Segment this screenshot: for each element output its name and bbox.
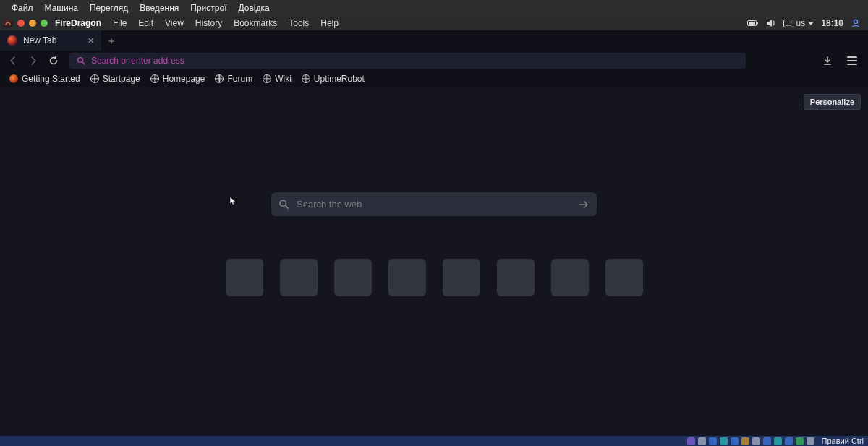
globe-icon <box>150 74 159 83</box>
volume-icon[interactable] <box>766 19 776 27</box>
search-icon <box>278 199 289 210</box>
back-button[interactable] <box>4 53 22 69</box>
globe-icon <box>302 74 310 83</box>
vm-tray-icon[interactable] <box>720 437 728 445</box>
svg-point-7 <box>789 21 791 22</box>
vm-tray-icons <box>687 437 814 445</box>
hamburger-icon <box>847 56 857 65</box>
globe-icon <box>263 74 271 83</box>
tab-close-button[interactable]: ✕ <box>88 36 94 46</box>
top-sites-grid <box>226 259 643 296</box>
forward-button[interactable] <box>25 53 42 69</box>
new-tab-page: Personalize Search the web <box>0 87 868 436</box>
svg-point-9 <box>854 20 857 23</box>
vm-tray-icon[interactable] <box>741 437 749 445</box>
reload-button[interactable] <box>45 53 62 69</box>
top-site-tile[interactable] <box>443 259 480 296</box>
bookmark-getting-started[interactable]: Getting Started <box>6 74 84 84</box>
top-site-tile[interactable] <box>551 259 589 296</box>
menu-help[interactable]: Help <box>315 17 344 30</box>
bookmark-forum[interactable]: Forum <box>211 74 256 84</box>
vm-menu-machine[interactable]: Машина <box>39 1 84 14</box>
vm-host-key-label: Правий Ctrl <box>822 437 864 445</box>
bookmark-label: Forum <box>227 74 252 84</box>
app-menu-button[interactable] <box>843 53 861 69</box>
vm-statusbar: Правий Ctrl <box>0 436 868 446</box>
menu-view[interactable]: View <box>159 17 190 30</box>
vm-tray-icon[interactable] <box>796 437 804 445</box>
vm-tray-icon[interactable] <box>785 437 793 445</box>
url-placeholder: Search or enter address <box>91 56 184 66</box>
vm-tray-icon[interactable] <box>731 437 739 445</box>
vm-tray-icon[interactable] <box>807 437 814 445</box>
bookmark-label: Getting Started <box>22 74 80 84</box>
battery-icon[interactable] <box>747 20 759 27</box>
bookmark-uptimerobot[interactable]: UptimeRobot <box>298 74 368 84</box>
menu-tools[interactable]: Tools <box>283 17 315 30</box>
bookmarks-toolbar: Getting Started Startpage Homepage Forum… <box>0 71 868 87</box>
tab-strip: New Tab ✕ ＋ <box>0 30 868 51</box>
menu-bookmarks[interactable]: Bookmarks <box>228 17 283 30</box>
svg-rect-1 <box>757 22 758 25</box>
clock[interactable]: 18:10 <box>821 18 843 28</box>
keyboard-layout-label: us <box>796 18 806 28</box>
tab-label: New Tab <box>23 35 56 46</box>
bookmark-homepage[interactable]: Homepage <box>147 74 209 84</box>
search-placeholder: Search the web <box>297 199 362 210</box>
vm-menu-view[interactable]: Перегляд <box>84 1 134 14</box>
globe-icon <box>90 74 99 83</box>
bookmark-label: UptimeRobot <box>314 74 365 84</box>
personalize-button[interactable]: Personalize <box>804 94 861 110</box>
plus-icon: ＋ <box>106 35 116 46</box>
bookmark-label: Homepage <box>163 74 205 84</box>
menu-edit[interactable]: Edit <box>132 17 159 30</box>
top-site-tile[interactable] <box>226 259 263 296</box>
svg-rect-4 <box>786 25 791 26</box>
vm-tray-icon[interactable] <box>752 437 760 445</box>
globe-icon <box>215 74 224 83</box>
top-site-tile[interactable] <box>497 259 535 296</box>
close-window-button[interactable] <box>17 20 25 27</box>
vm-menu-file[interactable]: Файл <box>6 1 39 14</box>
top-site-tile[interactable] <box>280 259 318 296</box>
vm-menu-input[interactable]: Введення <box>134 1 184 14</box>
bookmark-startpage[interactable]: Startpage <box>87 74 144 84</box>
svg-point-6 <box>787 21 788 22</box>
tab-new-tab[interactable]: New Tab ✕ <box>0 30 101 51</box>
top-site-tile[interactable] <box>605 259 643 296</box>
new-tab-button[interactable]: ＋ <box>101 30 122 51</box>
app-logo-icon <box>3 18 13 28</box>
vm-menu-help[interactable]: Довідка <box>233 1 276 14</box>
firedragon-favicon-icon <box>7 35 17 46</box>
titlebar: FireDragon File Edit View History Bookma… <box>0 16 868 30</box>
bookmark-label: Startpage <box>103 74 140 84</box>
vm-tray-icon[interactable] <box>709 437 717 445</box>
window-controls <box>17 20 48 27</box>
top-site-tile[interactable] <box>388 259 426 296</box>
bookmark-label: Wiki <box>275 74 292 84</box>
svg-rect-3 <box>783 20 793 27</box>
bookmark-wiki[interactable]: Wiki <box>259 74 295 84</box>
minimize-window-button[interactable] <box>29 20 36 27</box>
nav-toolbar: Search or enter address <box>0 51 868 71</box>
downloads-button[interactable] <box>819 53 836 69</box>
top-site-tile[interactable] <box>334 259 372 296</box>
app-name: FireDragon <box>55 18 101 28</box>
app-menu: File Edit View History Bookmarks Tools H… <box>107 17 344 30</box>
vm-tray-icon[interactable] <box>763 437 771 445</box>
vm-menubar: Файл Машина Перегляд Введення Пристрої Д… <box>0 0 868 16</box>
flame-icon <box>9 74 18 83</box>
newtab-search-box[interactable]: Search the web <box>271 192 597 216</box>
keyboard-layout-indicator[interactable]: us <box>783 18 814 28</box>
url-bar[interactable]: Search or enter address <box>69 53 746 69</box>
vm-tray-icon[interactable] <box>687 437 695 445</box>
arrow-right-icon[interactable] <box>578 200 590 210</box>
vm-menu-devices[interactable]: Пристрої <box>184 1 232 14</box>
vm-tray-icon[interactable] <box>698 437 706 445</box>
menu-history[interactable]: History <box>190 17 228 30</box>
maximize-window-button[interactable] <box>41 20 48 27</box>
user-icon[interactable] <box>851 18 861 28</box>
menu-file[interactable]: File <box>107 17 132 30</box>
vm-tray-icon[interactable] <box>774 437 782 445</box>
svg-rect-2 <box>749 22 755 25</box>
